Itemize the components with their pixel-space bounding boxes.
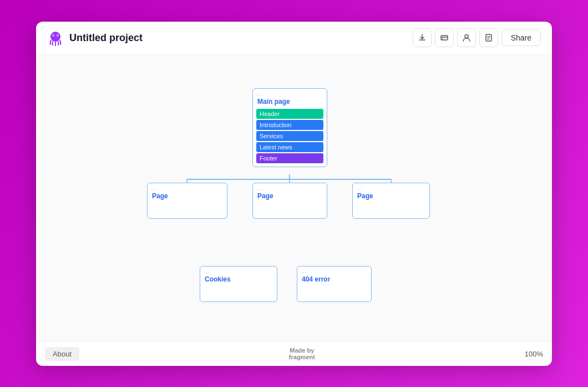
made-by-line1: Made by (289, 347, 315, 354)
made-by: Made by fragment (289, 347, 315, 360)
main-node-dots: ... (253, 89, 327, 98)
page1-title: Page (148, 192, 227, 202)
main-page-node[interactable]: ... Main page Header Introduction Servic… (252, 88, 327, 167)
docs-icon (484, 33, 493, 42)
svg-point-7 (465, 35, 468, 38)
svg-point-6 (442, 38, 443, 39)
download-icon (418, 33, 427, 42)
page3-dots: ... (353, 183, 429, 192)
page1-dots: ... (148, 183, 227, 192)
project-title: Untitled project (69, 32, 143, 44)
section-services: Services (256, 131, 323, 141)
download-button[interactable] (413, 28, 432, 47)
billing-icon (440, 33, 449, 42)
footer-bar: About Made by fragment 100% (36, 341, 552, 366)
section-header: Header (256, 109, 323, 119)
made-by-line2: fragment (289, 354, 315, 360)
header-left: Untitled project (47, 29, 143, 46)
user-icon (462, 33, 471, 42)
page-node-2[interactable]: ... Page (252, 183, 327, 219)
404-node[interactable]: ... 404 error (297, 266, 372, 302)
zoom-level: 100% (525, 350, 543, 358)
cookies-title: Cookies (200, 275, 277, 285)
page-node-3[interactable]: ... Page (352, 183, 430, 219)
canvas: ... Main page Header Introduction Servic… (36, 55, 552, 341)
page3-title: Page (353, 192, 429, 202)
section-footer: Footer (256, 153, 323, 163)
404-title: 404 error (297, 275, 371, 285)
logo-icon (47, 29, 64, 46)
svg-point-4 (57, 36, 58, 37)
diagram-area: ... Main page Header Introduction Servic… (36, 55, 552, 341)
header: Untitled project (36, 22, 552, 55)
billing-button[interactable] (435, 28, 454, 47)
section-latest-news: Latest news (256, 142, 323, 152)
svg-rect-5 (441, 36, 448, 40)
cookies-dots: ... (200, 267, 277, 275)
page2-title: Page (253, 192, 327, 202)
header-right: Share (413, 28, 541, 47)
page2-dots: ... (253, 183, 327, 192)
page-node-1[interactable]: ... Page (147, 183, 227, 219)
about-button[interactable]: About (45, 347, 79, 361)
svg-point-3 (53, 36, 54, 37)
user-button[interactable] (457, 28, 476, 47)
app-window: Untitled project (36, 22, 552, 366)
docs-button[interactable] (479, 28, 498, 47)
cookies-node[interactable]: ... Cookies (200, 266, 277, 302)
share-button[interactable]: Share (501, 29, 541, 46)
main-node-title: Main page (253, 98, 327, 108)
404-dots: ... (297, 267, 371, 275)
section-introduction: Introduction (256, 120, 323, 130)
svg-point-0 (50, 32, 60, 42)
